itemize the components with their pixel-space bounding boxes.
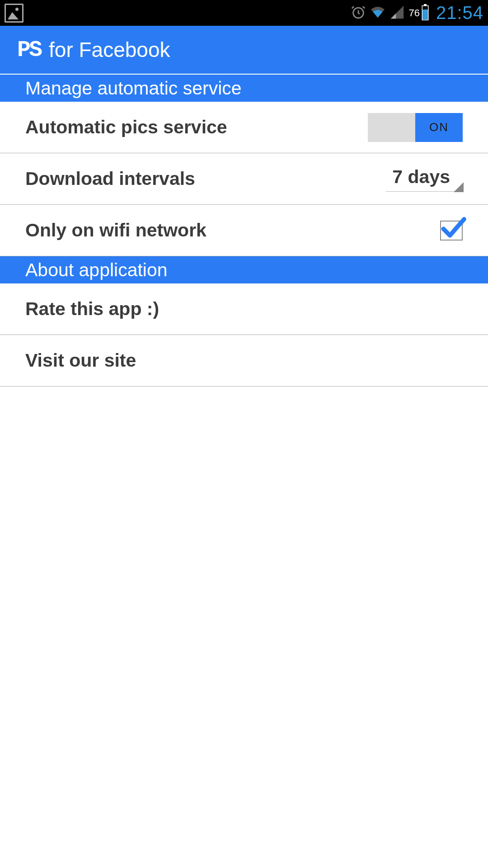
visit-site-label: Visit our site: [25, 350, 136, 371]
app-bar: PS for Facebook: [0, 26, 488, 75]
download-interval-label: Download intervals: [25, 168, 195, 189]
section-header-about: About application: [0, 256, 488, 283]
alarm-icon: [351, 5, 366, 22]
app-title: for Facebook: [49, 38, 170, 62]
ps-logo-icon: PS: [17, 37, 41, 63]
battery-level: 76: [408, 7, 419, 19]
rate-app-label: Rate this app :): [25, 298, 159, 320]
row-rate-app[interactable]: Rate this app :): [0, 283, 488, 335]
auto-pics-toggle[interactable]: ON: [368, 113, 463, 142]
checkmark-icon: [440, 217, 466, 239]
signal-icon: [389, 5, 405, 22]
row-visit-site[interactable]: Visit our site: [0, 335, 488, 387]
wifi-icon: [370, 4, 386, 22]
auto-pics-label: Automatic pics service: [25, 117, 227, 138]
download-interval-value: 7 days: [392, 166, 450, 187]
section-header-manage: Manage automatic service: [0, 75, 488, 102]
status-left: [5, 4, 23, 23]
status-bar: 76 21:54: [0, 0, 488, 26]
wifi-only-label: Only on wifi network: [25, 220, 206, 241]
row-wifi-only[interactable]: Only on wifi network: [0, 205, 488, 256]
row-auto-pics[interactable]: Automatic pics service ON: [0, 102, 488, 153]
app-logo: PS for Facebook: [17, 37, 170, 63]
battery-indicator: 76: [408, 4, 429, 22]
row-download-interval[interactable]: Download intervals 7 days: [0, 153, 488, 205]
wifi-only-checkbox[interactable]: [440, 221, 463, 241]
download-interval-spinner[interactable]: 7 days: [386, 166, 463, 192]
clock: 21:54: [436, 3, 483, 23]
battery-icon: [421, 4, 430, 22]
toggle-off-track: [368, 113, 415, 142]
svg-rect-4: [422, 9, 428, 20]
svg-rect-1: [424, 4, 427, 5]
status-right: 76 21:54: [351, 3, 483, 23]
picture-notification-icon: [5, 4, 23, 23]
chevron-down-icon: [454, 182, 464, 192]
toggle-on-thumb: ON: [415, 113, 463, 142]
